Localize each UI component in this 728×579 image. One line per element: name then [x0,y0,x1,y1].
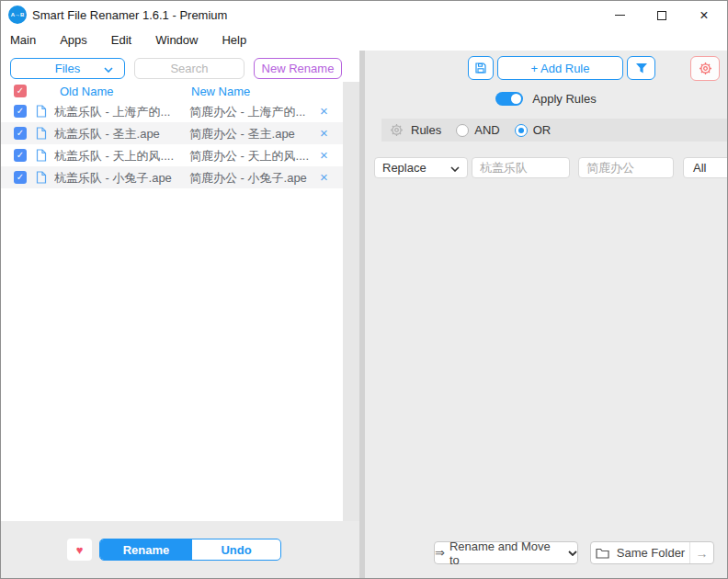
table-row[interactable]: ✓ 杭盖乐队 - 上海产的... 简鹿办公 - 上海产的... × [1,100,343,122]
minimize-icon [615,15,625,16]
maximize-button[interactable] [641,1,683,29]
old-name-cell: 杭盖乐队 - 小兔子.ape [54,170,188,187]
find-text-input[interactable] [472,157,570,178]
chevron-down-icon [568,551,577,556]
apply-rules-toggle[interactable] [495,92,523,106]
rule-settings-button[interactable] [690,56,720,81]
floppy-disk-icon [474,62,487,74]
new-name-cell: 简鹿办公 - 天上的风.... [189,148,318,165]
select-all-checkbox[interactable]: ✓ [14,85,27,97]
row-checkbox[interactable]: ✓ [14,149,27,162]
table-row[interactable]: ✓ 杭盖乐队 - 天上的风.... 简鹿办公 - 天上的风.... × [1,144,343,166]
check-icon: ✓ [17,86,24,96]
new-rename-label: New Rename [262,62,335,75]
file-icon [36,171,47,184]
minimize-button[interactable] [598,1,641,29]
table-row[interactable]: ✓ 杭盖乐队 - 小兔子.ape 简鹿办公 - 小兔子.ape × [1,166,343,188]
row-checkbox[interactable]: ✓ [14,171,27,184]
menu-apps[interactable]: Apps [60,33,87,47]
check-icon: ✓ [17,151,24,160]
app-logo-icon: A→B [8,6,27,24]
rules-gear-icon[interactable] [390,123,404,137]
rule-scope-value: All [693,161,706,175]
rule-action-value: Replace [382,161,427,175]
apply-rules-label: Apply Rules [532,92,596,106]
column-new-name[interactable]: New Name [191,85,250,98]
file-icon [36,149,47,162]
files-dropdown-label: Files [55,62,80,75]
rules-panel: + Add Rule Apply Rules Rules AND OR [365,51,727,578]
rule-action-select[interactable]: Replace [374,157,468,178]
table-row[interactable]: ✓ 杭盖乐队 - 圣主.ape 简鹿办公 - 圣主.ape × [1,122,343,144]
chevron-down-icon [450,166,460,172]
scrollbar-gutter [343,82,359,523]
left-bottom-bar: ♥ Rename Undo [1,521,359,578]
file-list-panel: Files New Rename ✓ Old Name New Name ✓ 杭… [1,51,359,578]
remove-file-icon[interactable]: × [320,147,328,164]
window-title: Smart File Renamer 1.6.1 - Premium [32,8,227,22]
remove-file-icon[interactable]: × [320,103,328,119]
row-checkbox[interactable]: ✓ [14,127,27,140]
gear-icon [699,62,712,75]
favorite-button[interactable]: ♥ [67,539,92,561]
check-icon: ✓ [17,107,24,116]
row-checkbox[interactable]: ✓ [14,105,27,118]
new-name-cell: 简鹿办公 - 小兔子.ape [189,170,318,187]
filter-button[interactable] [627,56,655,80]
and-label: AND [474,123,499,137]
filter-funnel-icon [635,62,648,74]
folder-icon [596,548,609,559]
table-header: ✓ Old Name New Name [1,82,343,100]
remove-file-icon[interactable]: × [320,125,328,142]
old-name-cell: 杭盖乐队 - 天上的风.... [54,148,188,165]
add-rule-button[interactable]: + Add Rule [497,56,623,80]
destination-folder-group: Same Folder → [590,541,714,564]
old-name-cell: 杭盖乐队 - 圣主.ape [54,126,188,142]
column-old-name[interactable]: Old Name [60,85,114,98]
move-arrow-icon: ⇒ [435,546,445,560]
search-input[interactable] [134,58,245,79]
file-icon [36,105,47,118]
menu-help[interactable]: Help [222,33,246,47]
new-name-cell: 简鹿办公 - 圣主.ape [189,126,318,142]
rename-button[interactable]: Rename [100,539,192,560]
menu-bar: Main Apps Edit Window Help [1,29,727,51]
rule-scope-select[interactable]: All [683,157,727,178]
same-folder-label: Same Folder [617,546,685,560]
old-name-cell: 杭盖乐队 - 上海产的... [54,104,188,120]
menu-main[interactable]: Main [10,33,36,47]
maximize-icon [657,11,666,20]
window-controls: × [598,1,725,29]
check-icon: ✓ [17,129,24,138]
file-rows: ✓ 杭盖乐队 - 上海产的... 简鹿办公 - 上海产的... × ✓ 杭盖乐队… [1,100,343,188]
rename-and-move-dropdown[interactable]: ⇒ Rename and Move to [434,541,578,564]
replace-text-input[interactable] [578,157,674,178]
same-folder-button[interactable]: Same Folder [591,542,689,563]
close-icon: × [700,8,708,23]
add-rule-label: + Add Rule [531,62,590,75]
rules-label: Rules [411,123,441,137]
menu-edit[interactable]: Edit [111,33,131,47]
apply-rules-row: Apply Rules [365,88,727,108]
content-area: Files New Rename ✓ Old Name New Name ✓ 杭… [1,51,727,578]
close-button[interactable]: × [683,1,725,29]
chevron-down-icon [104,67,113,73]
and-radio[interactable] [456,124,469,137]
browse-folder-button[interactable]: → [689,542,713,563]
rule-row: Replace All [374,157,727,178]
menu-window[interactable]: Window [155,33,198,47]
files-dropdown[interactable]: Files [10,58,125,79]
app-window: A→B Smart File Renamer 1.6.1 - Premium ×… [0,0,728,579]
arrow-right-icon: → [696,546,709,561]
or-label: OR [533,123,552,137]
file-icon [36,127,47,140]
remove-file-icon[interactable]: × [320,169,328,186]
save-rules-button[interactable] [468,56,494,80]
heart-icon: ♥ [76,543,84,557]
undo-button[interactable]: Undo [192,539,280,560]
rules-header-bar: Rules AND OR [381,119,727,142]
new-rename-button[interactable]: New Rename [254,58,342,79]
rename-undo-group: Rename Undo [99,539,281,561]
or-radio[interactable] [515,124,528,137]
rename-and-move-label: Rename and Move to [449,539,563,567]
